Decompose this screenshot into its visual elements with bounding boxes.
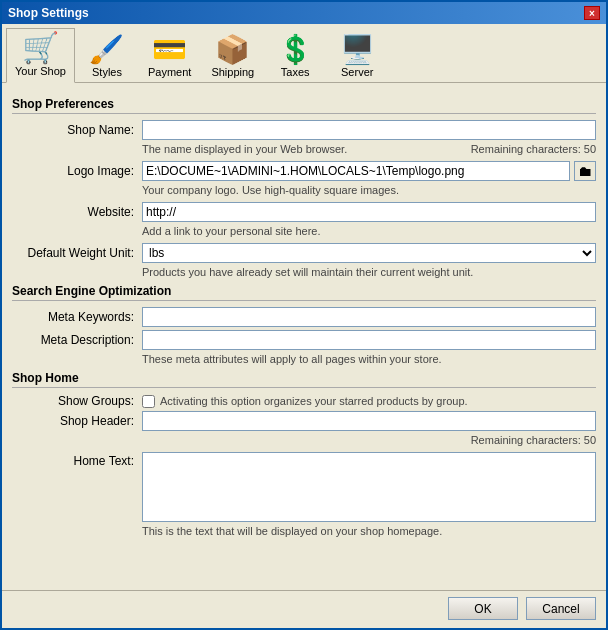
tab-server-label: Server: [341, 66, 373, 78]
content-area: Shop Preferences Shop Name: The name dis…: [2, 83, 606, 590]
home-text-label: Home Text:: [12, 452, 142, 468]
shop-settings-window: Shop Settings × 🛒 Your Shop 🖌️ Styles 💳 …: [0, 0, 608, 630]
weight-unit-hint: Products you have already set will maint…: [142, 266, 596, 278]
footer: OK Cancel: [2, 590, 606, 628]
weight-unit-hint-spacer: [12, 266, 142, 278]
section-seo-title: Search Engine Optimization: [12, 284, 596, 301]
shop-header-input[interactable]: [142, 411, 596, 431]
logo-image-input[interactable]: [142, 161, 570, 181]
tab-your-shop[interactable]: 🛒 Your Shop: [6, 28, 75, 83]
tab-shipping-label: Shipping: [211, 66, 254, 78]
shop-header-hint-split: Remaining characters: 50: [142, 434, 596, 446]
shop-header-remaining: Remaining characters: 50: [369, 434, 596, 446]
meta-description-row: Meta Description:: [12, 330, 596, 350]
show-groups-control: Activating this option organizes your st…: [142, 395, 596, 408]
website-row: Website:: [12, 202, 596, 222]
shop-name-remaining: Remaining characters: 50: [369, 143, 596, 155]
home-text-row: Home Text:: [12, 452, 596, 522]
meta-description-control: [142, 330, 596, 350]
show-groups-row: Show Groups: Activating this option orga…: [12, 394, 596, 408]
tab-payment[interactable]: 💳 Payment: [139, 28, 200, 82]
meta-keywords-label: Meta Keywords:: [12, 310, 142, 324]
shop-header-row: Shop Header:: [12, 411, 596, 431]
ok-button[interactable]: OK: [448, 597, 518, 620]
tab-shipping[interactable]: 📦 Shipping: [202, 28, 263, 82]
tab-taxes[interactable]: 💲 Taxes: [265, 28, 325, 82]
website-hint: Add a link to your personal site here.: [142, 225, 596, 237]
home-text-hint-spacer: [12, 525, 142, 537]
shop-name-hint-split: The name displayed in your Web browser. …: [142, 143, 596, 155]
logo-image-control: 🖿: [142, 161, 596, 181]
tab-payment-label: Payment: [148, 66, 191, 78]
website-label: Website:: [12, 205, 142, 219]
website-input[interactable]: [142, 202, 596, 222]
shop-header-hint-row: Remaining characters: 50: [12, 434, 596, 446]
shop-header-hint-left: [142, 434, 369, 446]
tab-your-shop-label: Your Shop: [15, 65, 66, 77]
close-button[interactable]: ×: [584, 6, 600, 20]
shop-name-hint: The name displayed in your Web browser.: [142, 143, 369, 155]
payment-icon: 💳: [152, 36, 187, 64]
tab-styles[interactable]: 🖌️ Styles: [77, 28, 137, 82]
section-shop-home-title: Shop Home: [12, 371, 596, 388]
weight-unit-control: lbs kg oz g: [142, 243, 596, 263]
website-control: [142, 202, 596, 222]
weight-unit-label: Default Weight Unit:: [12, 246, 142, 260]
meta-description-hint-spacer: [12, 353, 142, 365]
tab-styles-label: Styles: [92, 66, 122, 78]
home-text-control: [142, 452, 596, 522]
shop-header-label: Shop Header:: [12, 414, 142, 428]
meta-description-hint-row: These meta attributes will apply to all …: [12, 353, 596, 365]
titlebar: Shop Settings ×: [2, 2, 606, 24]
logo-browse-button[interactable]: 🖿: [574, 161, 596, 181]
shop-name-row: Shop Name:: [12, 120, 596, 140]
home-text-hint-row: This is the text that will be displayed …: [12, 525, 596, 537]
website-hint-row: Add a link to your personal site here.: [12, 225, 596, 237]
shop-name-label: Shop Name:: [12, 123, 142, 137]
weight-unit-select[interactable]: lbs kg oz g: [142, 243, 596, 263]
shop-header-hint-spacer: [12, 434, 142, 446]
section-shop-preferences-title: Shop Preferences: [12, 97, 596, 114]
your-shop-icon: 🛒: [22, 33, 59, 63]
logo-image-hint: Your company logo. Use high-quality squa…: [142, 184, 596, 196]
weight-unit-hint-row: Products you have already set will maint…: [12, 266, 596, 278]
show-groups-hint: Activating this option organizes your st…: [160, 395, 596, 407]
logo-image-hint-spacer: [12, 184, 142, 196]
shop-name-hint-spacer: [12, 143, 142, 155]
toolbar: 🛒 Your Shop 🖌️ Styles 💳 Payment 📦 Shippi…: [2, 24, 606, 83]
website-hint-spacer: [12, 225, 142, 237]
weight-unit-row: Default Weight Unit: lbs kg oz g: [12, 243, 596, 263]
shop-name-input[interactable]: [142, 120, 596, 140]
meta-keywords-input[interactable]: [142, 307, 596, 327]
meta-keywords-row: Meta Keywords:: [12, 307, 596, 327]
home-text-hint: This is the text that will be displayed …: [142, 525, 596, 537]
shop-header-control: [142, 411, 596, 431]
show-groups-label: Show Groups:: [12, 394, 142, 408]
window-title: Shop Settings: [8, 6, 89, 20]
meta-description-hint: These meta attributes will apply to all …: [142, 353, 596, 365]
logo-image-label: Logo Image:: [12, 164, 142, 178]
tab-taxes-label: Taxes: [281, 66, 310, 78]
meta-keywords-control: [142, 307, 596, 327]
shop-name-hint-row: The name displayed in your Web browser. …: [12, 143, 596, 155]
shipping-icon: 📦: [215, 36, 250, 64]
show-groups-checkbox[interactable]: [142, 395, 155, 408]
taxes-icon: 💲: [278, 36, 313, 64]
tab-server[interactable]: 🖥️ Server: [327, 28, 387, 82]
logo-image-row: Logo Image: 🖿: [12, 161, 596, 181]
server-icon: 🖥️: [340, 36, 375, 64]
cancel-button[interactable]: Cancel: [526, 597, 596, 620]
shop-name-control: [142, 120, 596, 140]
meta-description-input[interactable]: [142, 330, 596, 350]
home-text-textarea[interactable]: [142, 452, 596, 522]
meta-description-label: Meta Description:: [12, 333, 142, 347]
logo-image-hint-row: Your company logo. Use high-quality squa…: [12, 184, 596, 196]
styles-icon: 🖌️: [89, 36, 124, 64]
